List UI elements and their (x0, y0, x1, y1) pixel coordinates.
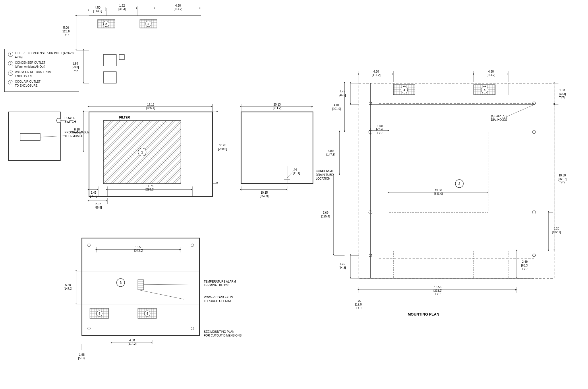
svg-text:TYP.: TYP. (63, 34, 69, 37)
svg-text:4.50: 4.50 (373, 70, 379, 73)
svg-text:3: 3 (120, 281, 122, 285)
svg-text:MOUNTING PLAN: MOUNTING PLAN (408, 312, 439, 316)
svg-text:[132.1]: [132.1] (552, 231, 561, 234)
svg-text:15.50: 15.50 (434, 286, 441, 289)
svg-text:13.50: 13.50 (435, 189, 442, 192)
svg-text:[435.1]: [435.1] (146, 106, 155, 110)
svg-text:LOCATION: LOCATION (316, 177, 330, 180)
svg-text:[66.5]: [66.5] (94, 206, 102, 209)
svg-text:[260.5]: [260.5] (218, 147, 227, 151)
svg-text:TERMINAL BLOCK: TERMINAL BLOCK (204, 284, 229, 287)
svg-text:3: 3 (459, 182, 461, 186)
svg-text:[257.9]: [257.9] (260, 194, 269, 198)
svg-text:1.82: 1.82 (119, 4, 125, 7)
svg-text:TYP.: TYP. (559, 96, 565, 99)
svg-text:20.13: 20.13 (273, 103, 281, 106)
svg-text:TYP.: TYP. (72, 69, 78, 73)
svg-text:TYP.: TYP. (435, 293, 441, 296)
svg-rect-8 (103, 55, 116, 66)
svg-text:2: 2 (105, 22, 107, 26)
svg-text:THROUGH OPENING: THROUGH OPENING (204, 299, 233, 303)
svg-text:4: 4 (98, 312, 100, 315)
svg-text:[50.3]: [50.3] (71, 66, 79, 69)
svg-rect-38 (20, 133, 40, 141)
svg-text:11.75: 11.75 (146, 184, 153, 188)
svg-text:4.50: 4.50 (129, 339, 135, 342)
svg-text:[147.3]: [147.3] (326, 153, 335, 156)
svg-text:4.01: 4.01 (334, 104, 339, 107)
svg-text:8.10: 8.10 (74, 128, 80, 131)
svg-text:FILTER: FILTER (119, 116, 130, 119)
svg-text:[114.2]: [114.2] (174, 7, 183, 11)
svg-text:7.69: 7.69 (323, 211, 328, 214)
svg-text:CONDENSATE: CONDENSATE (316, 170, 336, 173)
svg-text:10.15: 10.15 (260, 191, 268, 194)
svg-text:[147.3]: [147.3] (64, 287, 73, 290)
svg-text:4: 4 (403, 88, 405, 92)
svg-text:1.75: 1.75 (339, 262, 345, 266)
svg-text:4.50: 4.50 (95, 6, 100, 9)
svg-text:THERMOSTAT: THERMOSTAT (65, 135, 84, 138)
svg-text:SWITCH: SWITCH (65, 120, 76, 123)
svg-text:(4) .312 [7.9]: (4) .312 [7.9] (491, 114, 507, 118)
svg-text:[11.1]: [11.1] (293, 172, 300, 175)
svg-rect-10 (103, 72, 116, 83)
svg-text:4.50: 4.50 (488, 70, 494, 73)
svg-text:[128.6]: [128.6] (62, 30, 71, 33)
svg-text:[195.4]: [195.4] (321, 215, 330, 218)
svg-text:[101.9]: [101.9] (332, 107, 341, 110)
svg-text:[36.8]: [36.8] (90, 194, 97, 198)
svg-text:2.49: 2.49 (522, 260, 528, 263)
svg-text:13.50: 13.50 (135, 246, 142, 249)
svg-text:17.13: 17.13 (147, 103, 154, 106)
svg-text:[25.3]: [25.3] (376, 127, 383, 131)
svg-text:5.80: 5.80 (65, 283, 71, 287)
main-container: 1 FILTERED CONDENSER AIR INLET (Ambient … (0, 0, 588, 389)
svg-text:TYP.: TYP. (356, 306, 362, 310)
svg-text:.44: .44 (293, 168, 297, 171)
svg-text:[114.2]: [114.2] (93, 9, 102, 13)
svg-text:[266.7]: [266.7] (558, 178, 567, 181)
svg-text:[343.0]: [343.0] (134, 249, 143, 252)
svg-text:TYP.: TYP. (522, 268, 528, 271)
svg-text:10.26: 10.26 (219, 144, 226, 147)
svg-text:1.45: 1.45 (91, 191, 96, 194)
svg-text:TEMPERATURE ALARM: TEMPERATURE ALARM (204, 280, 236, 283)
svg-text:[205.8]: [205.8] (73, 132, 82, 135)
svg-text:5.20: 5.20 (554, 227, 559, 230)
svg-line-186 (502, 105, 534, 118)
svg-text:DRAIN TUBE: DRAIN TUBE (316, 173, 333, 176)
svg-text:.75: .75 (357, 299, 361, 303)
svg-rect-9 (119, 55, 124, 60)
svg-text:TYP.: TYP. (377, 132, 383, 135)
svg-text:10.50: 10.50 (558, 174, 566, 177)
svg-text:[50.3]: [50.3] (558, 92, 566, 96)
svg-rect-80 (241, 112, 313, 184)
svg-text:1.98: 1.98 (559, 89, 565, 92)
svg-text:[114.2]: [114.2] (128, 342, 137, 345)
svg-rect-99 (82, 238, 200, 336)
svg-text:4: 4 (146, 312, 148, 315)
svg-text:1.98: 1.98 (79, 353, 85, 356)
svg-text:[50.3]: [50.3] (78, 357, 85, 360)
svg-text:4: 4 (484, 88, 486, 92)
svg-text:[343.0]: [343.0] (434, 192, 443, 195)
svg-text:[46.3]: [46.3] (118, 7, 125, 11)
svg-text:1.98: 1.98 (72, 62, 78, 65)
svg-text:4.50: 4.50 (175, 4, 181, 7)
svg-text:[19.0]: [19.0] (355, 303, 362, 306)
svg-text:2.62: 2.62 (95, 203, 101, 206)
svg-text:1: 1 (141, 150, 143, 154)
svg-text:[393.7]: [393.7] (434, 289, 442, 292)
svg-text:[44.5]: [44.5] (339, 94, 346, 97)
svg-text:[298.5]: [298.5] (146, 188, 154, 191)
svg-text:TYP.: TYP. (559, 181, 565, 184)
svg-text:FOR CUTOUT DIMENSIONS: FOR CUTOUT DIMENSIONS (204, 334, 242, 337)
svg-text:5.06: 5.06 (63, 26, 69, 29)
svg-text:SEE MOUNTING PLAN: SEE MOUNTING PLAN (204, 330, 234, 333)
svg-text:POWER CORD EXITS: POWER CORD EXITS (204, 296, 233, 299)
svg-text:[511.2]: [511.2] (273, 106, 282, 110)
svg-text:5.80: 5.80 (328, 149, 334, 153)
svg-text:2: 2 (148, 22, 149, 26)
svg-text:1.75: 1.75 (339, 90, 345, 93)
